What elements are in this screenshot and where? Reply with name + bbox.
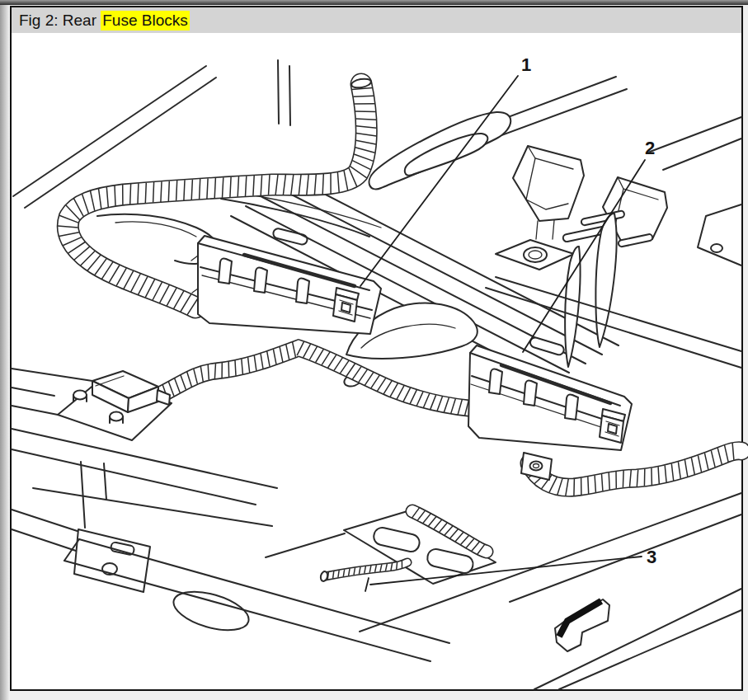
caption-prefix: Fig 2: Rear [19, 12, 101, 30]
figure-caption-bar: Fig 2: Rear Fuse Blocks [12, 7, 741, 33]
window-top-edge [0, 0, 748, 5]
figure-window: Fig 2: Rear Fuse Blocks [10, 6, 743, 691]
caption-highlight: Fuse Blocks [101, 11, 189, 31]
window-left-edge [0, 5, 10, 700]
